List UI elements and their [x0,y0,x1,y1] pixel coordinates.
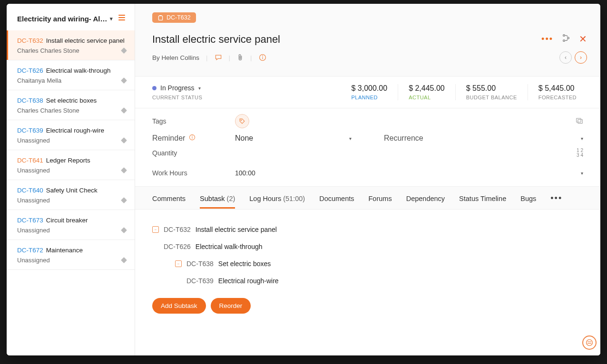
task-name: Set electric boxes [46,97,97,104]
priority-icon [121,257,127,263]
task-assignee: Unassigned [17,197,50,204]
task-assignee: Chaitanya Mella [17,77,61,84]
priority-icon [121,137,127,144]
priority-icon [121,107,127,114]
task-name: Install electric service panel [46,37,125,44]
task-id: DC-T640 [17,187,43,194]
sidebar-title[interactable]: Electricity and wiring- Al… ▾ [17,15,113,23]
comment-icon[interactable] [215,54,222,61]
task-name: Ledger Reports [46,157,90,164]
add-tag-icon[interactable] [235,114,249,128]
status-sublabel: CURRENT STATUS [152,95,341,100]
budget-actual: $ 2,445.00 ACTUAL [398,84,455,100]
task-id: DC-T673 [17,217,43,224]
tab-forums[interactable]: Forums [369,195,392,208]
budget-forecast: $ 5,445.00 FORECASTED [528,84,587,100]
tab-bugs[interactable]: Bugs [520,195,536,208]
collapse-box-icon[interactable]: − [175,260,182,267]
quantity-field[interactable]: 1 23 4 [235,148,587,158]
subtask-id: DC-T639 [186,277,214,285]
task-name: Safety Unit Check [46,187,98,194]
info-icon[interactable] [189,134,196,143]
tab-comments[interactable]: Comments [152,195,186,208]
task-name: Circuit breaker [46,217,88,224]
more-actions-icon[interactable]: ••• [541,34,553,44]
tab-timeline[interactable]: Status Timeline [459,195,506,208]
subtask-title: Electrical rough-wire [218,277,279,285]
task-assignee: Unassigned [17,137,50,144]
workhours-field[interactable]: 100:00 ▾ [235,169,587,177]
add-subtask-button[interactable]: Add Subtask [152,298,206,314]
subtask-title: Install electric service panel [196,226,277,233]
sidebar-task-item[interactable]: DC-T672MaintenanceUnassigned [7,240,135,270]
chevron-down-icon: ▾ [581,171,583,176]
chevron-down-icon: ▾ [198,86,201,91]
task-id: DC-T639 [17,127,43,134]
sidebar-task-item[interactable]: DC-T639Electrical rough-wireUnassigned [7,120,135,150]
close-icon[interactable]: ✕ [579,33,587,45]
task-id: DC-T638 [17,97,43,104]
sidebar-task-item[interactable]: DC-T632Install electric service panelCha… [7,30,135,60]
task-assignee: Charles Charles Stone [17,107,79,114]
subtask-title: Set electric boxes [218,260,271,268]
tag-extra-icon[interactable] [576,117,583,125]
priority-icon [121,77,127,84]
subtask-id: DC-T632 [164,226,191,233]
budget-balance: $ 555.00 BUDGET BALANCE [455,84,528,100]
tab-documents[interactable]: Documents [319,195,354,208]
subtask-row[interactable]: −DC-T632Install electric service panel [152,221,587,238]
collapse-sidebar-icon[interactable] [118,14,127,23]
tab-subtask[interactable]: Subtask (2) [200,195,235,208]
svg-rect-3 [158,16,162,20]
info-icon[interactable] [259,54,266,61]
attr-recurrence-label: Recurrence [384,134,441,143]
page-title: Install electric service panel [152,33,280,46]
subtask-row[interactable]: −DC-T638Set electric boxes [152,255,587,272]
task-id: DC-T626 [17,67,43,74]
next-task-button[interactable]: › [575,51,587,64]
task-assignee: Charles Charles Stone [17,47,79,54]
prev-task-button[interactable]: ‹ [559,51,572,64]
floating-action-icon[interactable] [582,335,597,350]
task-assignee: Unassigned [17,227,50,234]
subtask-row[interactable]: DC-T626Electrical walk-through [152,238,587,255]
attr-quantity-label: Quantity [152,149,235,157]
author-label: By Helen Collins [152,54,199,61]
attr-workhours-label: Work Hours [152,169,235,177]
task-sidebar: Electricity and wiring- Al… ▾ DC-T632Ins… [7,4,135,355]
task-name: Maintenance [46,247,83,254]
task-id: DC-T641 [17,157,43,164]
attachment-icon[interactable] [237,54,244,61]
sidebar-task-item[interactable]: DC-T638Set electric boxesCharles Charles… [7,90,135,120]
task-assignee: Unassigned [17,167,50,174]
hierarchy-icon[interactable] [562,34,570,44]
reminder-dropdown[interactable]: None ▾ [235,134,355,143]
tab-loghours[interactable]: Log Hours (51:00) [249,195,305,208]
sidebar-task-item[interactable]: DC-T640Safety Unit CheckUnassigned [7,180,135,210]
tabs-more-icon[interactable]: ••• [550,193,562,209]
svg-rect-11 [577,118,581,122]
budget-planned: $ 3,000.00 PLANNED [341,84,398,100]
attr-tags-label: Tags [152,117,235,125]
svg-rect-12 [578,119,583,123]
sidebar-task-item[interactable]: DC-T626Electrical walk-throughChaitanya … [7,60,135,90]
task-detail-main: DC-T632 Install electric service panel •… [135,4,600,355]
recurrence-dropdown[interactable]: ▾ [441,134,587,143]
svg-point-15 [192,136,193,136]
task-id: DC-T632 [17,37,43,44]
task-name: Electrical walk-through [46,67,111,74]
subtask-id: DC-T638 [186,260,214,268]
tab-dependency[interactable]: Dependency [406,195,445,208]
collapse-box-icon[interactable]: − [152,226,159,233]
svg-point-16 [587,340,593,346]
sidebar-task-item[interactable]: DC-T641Ledger ReportsUnassigned [7,150,135,180]
subtask-row[interactable]: DC-T639Electrical rough-wire [152,272,587,289]
chevron-down-icon: ▾ [581,136,583,141]
reorder-button[interactable]: Reorder [211,298,251,314]
status-dropdown[interactable]: In Progress ▾ [152,84,341,92]
svg-point-9 [262,56,263,56]
task-id-badge[interactable]: DC-T632 [152,12,196,23]
sidebar-task-item[interactable]: DC-T673Circuit breakerUnassigned [7,210,135,240]
svg-point-6 [568,37,569,39]
subtask-id: DC-T626 [164,243,191,250]
